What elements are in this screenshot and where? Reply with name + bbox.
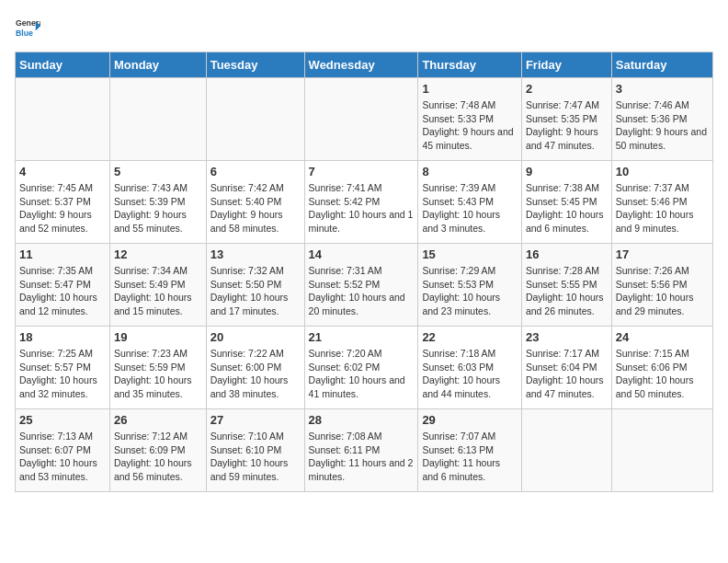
calendar-week-row: 1Sunrise: 7:48 AM Sunset: 5:33 PM Daylig… [16,78,713,161]
day-info: Sunrise: 7:08 AM Sunset: 6:11 PM Dayligh… [309,430,415,484]
col-header-sunday: Sunday [16,52,110,78]
day-info: Sunrise: 7:10 AM Sunset: 6:10 PM Dayligh… [210,430,301,484]
calendar-cell: 3Sunrise: 7:46 AM Sunset: 5:36 PM Daylig… [611,78,712,161]
calendar-cell: 25Sunrise: 7:13 AM Sunset: 6:07 PM Dayli… [16,409,110,492]
calendar-cell [109,78,206,161]
logo-icon: General Blue [15,15,40,40]
day-info: Sunrise: 7:48 AM Sunset: 5:33 PM Dayligh… [422,98,518,153]
day-number: 26 [114,413,202,427]
day-number: 18 [19,330,106,344]
calendar-cell: 16Sunrise: 7:28 AM Sunset: 5:55 PM Dayli… [521,244,611,327]
day-number: 28 [309,413,415,427]
logo: General Blue [15,15,40,40]
calendar-cell: 9Sunrise: 7:38 AM Sunset: 5:45 PM Daylig… [521,161,611,244]
calendar-cell: 11Sunrise: 7:35 AM Sunset: 5:47 PM Dayli… [16,244,110,327]
calendar-cell: 19Sunrise: 7:23 AM Sunset: 5:59 PM Dayli… [109,327,206,409]
calendar-cell: 28Sunrise: 7:08 AM Sunset: 6:11 PM Dayli… [304,409,418,492]
day-info: Sunrise: 7:43 AM Sunset: 5:39 PM Dayligh… [114,181,202,236]
day-info: Sunrise: 7:13 AM Sunset: 6:07 PM Dayligh… [19,430,106,484]
day-info: Sunrise: 7:17 AM Sunset: 6:04 PM Dayligh… [526,347,608,401]
calendar-cell: 23Sunrise: 7:17 AM Sunset: 6:04 PM Dayli… [521,327,611,409]
calendar-week-row: 18Sunrise: 7:25 AM Sunset: 5:57 PM Dayli… [16,327,713,409]
day-info: Sunrise: 7:15 AM Sunset: 6:06 PM Dayligh… [616,347,709,401]
day-number: 1 [422,82,518,96]
day-number: 6 [210,165,301,178]
day-info: Sunrise: 7:28 AM Sunset: 5:55 PM Dayligh… [526,264,608,318]
day-number: 10 [616,165,709,178]
calendar-cell: 26Sunrise: 7:12 AM Sunset: 6:09 PM Dayli… [109,409,206,492]
col-header-wednesday: Wednesday [304,52,418,78]
day-info: Sunrise: 7:26 AM Sunset: 5:56 PM Dayligh… [616,264,709,318]
day-info: Sunrise: 7:39 AM Sunset: 5:43 PM Dayligh… [422,181,518,236]
calendar-cell: 7Sunrise: 7:41 AM Sunset: 5:42 PM Daylig… [304,161,418,244]
day-number: 17 [616,247,709,261]
col-header-saturday: Saturday [611,52,712,78]
day-info: Sunrise: 7:47 AM Sunset: 5:35 PM Dayligh… [526,98,608,153]
day-info: Sunrise: 7:46 AM Sunset: 5:36 PM Dayligh… [616,98,709,153]
day-number: 2 [526,82,608,96]
svg-text:Blue: Blue [16,29,33,38]
day-number: 5 [114,165,202,178]
calendar-cell: 12Sunrise: 7:34 AM Sunset: 5:49 PM Dayli… [109,244,206,327]
day-info: Sunrise: 7:38 AM Sunset: 5:45 PM Dayligh… [526,181,608,236]
day-number: 19 [114,330,202,344]
day-number: 3 [616,82,709,96]
day-number: 20 [210,330,301,344]
day-info: Sunrise: 7:25 AM Sunset: 5:57 PM Dayligh… [19,347,106,401]
day-info: Sunrise: 7:23 AM Sunset: 5:59 PM Dayligh… [114,347,202,401]
calendar-cell: 4Sunrise: 7:45 AM Sunset: 5:37 PM Daylig… [16,161,110,244]
day-info: Sunrise: 7:42 AM Sunset: 5:40 PM Dayligh… [210,181,301,236]
calendar-cell: 5Sunrise: 7:43 AM Sunset: 5:39 PM Daylig… [109,161,206,244]
calendar-cell: 21Sunrise: 7:20 AM Sunset: 6:02 PM Dayli… [304,327,418,409]
calendar-cell: 14Sunrise: 7:31 AM Sunset: 5:52 PM Dayli… [304,244,418,327]
col-header-friday: Friday [521,52,611,78]
col-header-thursday: Thursday [418,52,522,78]
calendar-cell: 2Sunrise: 7:47 AM Sunset: 5:35 PM Daylig… [521,78,611,161]
calendar-cell: 8Sunrise: 7:39 AM Sunset: 5:43 PM Daylig… [418,161,522,244]
day-number: 13 [210,247,301,261]
calendar-cell: 22Sunrise: 7:18 AM Sunset: 6:03 PM Dayli… [418,327,522,409]
day-number: 29 [422,413,518,427]
calendar-cell: 6Sunrise: 7:42 AM Sunset: 5:40 PM Daylig… [206,161,304,244]
day-number: 16 [526,247,608,261]
day-info: Sunrise: 7:29 AM Sunset: 5:53 PM Dayligh… [422,264,518,318]
day-info: Sunrise: 7:37 AM Sunset: 5:46 PM Dayligh… [616,181,709,236]
day-info: Sunrise: 7:32 AM Sunset: 5:50 PM Dayligh… [210,264,301,318]
calendar-cell: 13Sunrise: 7:32 AM Sunset: 5:50 PM Dayli… [206,244,304,327]
calendar-table: SundayMondayTuesdayWednesdayThursdayFrid… [15,52,713,492]
calendar-cell: 29Sunrise: 7:07 AM Sunset: 6:13 PM Dayli… [418,409,522,492]
calendar-cell: 20Sunrise: 7:22 AM Sunset: 6:00 PM Dayli… [206,327,304,409]
day-number: 27 [210,413,301,427]
calendar-week-row: 11Sunrise: 7:35 AM Sunset: 5:47 PM Dayli… [16,244,713,327]
calendar-cell: 10Sunrise: 7:37 AM Sunset: 5:46 PM Dayli… [611,161,712,244]
day-number: 15 [422,247,518,261]
day-info: Sunrise: 7:07 AM Sunset: 6:13 PM Dayligh… [422,430,518,484]
day-number: 12 [114,247,202,261]
day-info: Sunrise: 7:22 AM Sunset: 6:00 PM Dayligh… [210,347,301,401]
col-header-tuesday: Tuesday [206,52,304,78]
day-number: 24 [616,330,709,344]
day-number: 21 [309,330,415,344]
calendar-cell [304,78,418,161]
day-number: 8 [422,165,518,178]
day-info: Sunrise: 7:12 AM Sunset: 6:09 PM Dayligh… [114,430,202,484]
day-number: 7 [309,165,415,178]
calendar-cell: 18Sunrise: 7:25 AM Sunset: 5:57 PM Dayli… [16,327,110,409]
calendar-cell: 15Sunrise: 7:29 AM Sunset: 5:53 PM Dayli… [418,244,522,327]
calendar-cell: 17Sunrise: 7:26 AM Sunset: 5:56 PM Dayli… [611,244,712,327]
day-info: Sunrise: 7:35 AM Sunset: 5:47 PM Dayligh… [19,264,106,318]
calendar-cell: 24Sunrise: 7:15 AM Sunset: 6:06 PM Dayli… [611,327,712,409]
calendar-cell [16,78,110,161]
day-info: Sunrise: 7:20 AM Sunset: 6:02 PM Dayligh… [309,347,415,401]
calendar-cell: 1Sunrise: 7:48 AM Sunset: 5:33 PM Daylig… [418,78,522,161]
day-info: Sunrise: 7:45 AM Sunset: 5:37 PM Dayligh… [19,181,106,236]
calendar-cell [521,409,611,492]
day-number: 14 [309,247,415,261]
calendar-week-row: 25Sunrise: 7:13 AM Sunset: 6:07 PM Dayli… [16,409,713,492]
day-number: 22 [422,330,518,344]
day-info: Sunrise: 7:41 AM Sunset: 5:42 PM Dayligh… [309,181,415,236]
col-header-monday: Monday [109,52,206,78]
day-number: 11 [19,247,106,261]
page-header: General Blue [15,15,713,40]
day-info: Sunrise: 7:31 AM Sunset: 5:52 PM Dayligh… [309,264,415,318]
